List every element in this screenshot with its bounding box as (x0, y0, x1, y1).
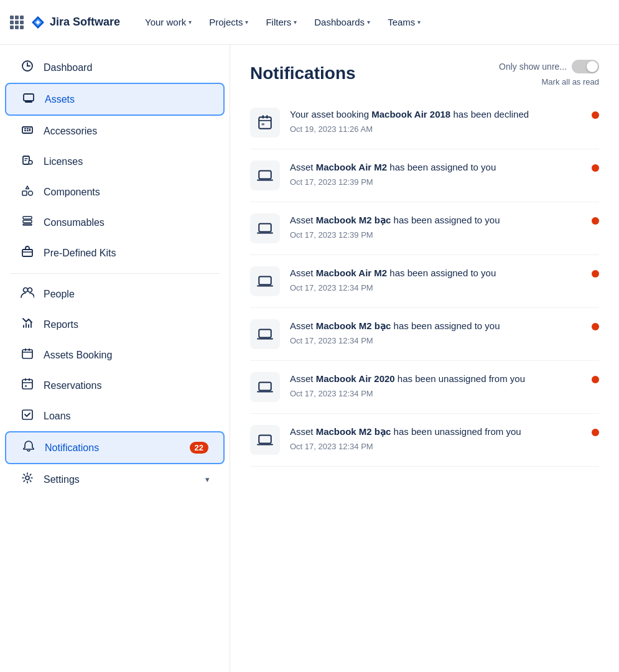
nav-dashboards[interactable]: Dashboards ▾ (307, 13, 378, 31)
nav-projects[interactable]: Projects ▾ (202, 13, 256, 31)
sidebar-item-reservations[interactable]: Reservations (5, 370, 225, 401)
unread-dot (592, 111, 599, 119)
svg-rect-1 (24, 94, 34, 101)
notification-time: Oct 17, 2023 12:34 PM (290, 283, 582, 292)
main-layout: Dashboard Assets Accessories Licenses Co (0, 45, 619, 672)
svg-rect-26 (259, 117, 271, 128)
svg-rect-20 (29, 348, 30, 351)
sidebar-item-components[interactable]: Components (5, 177, 225, 207)
svg-rect-32 (259, 329, 271, 337)
sidebar-item-settings[interactable]: Settings ▾ (5, 464, 225, 495)
sidebar-item-dashboard[interactable]: Dashboard (5, 52, 225, 83)
notification-icon-laptop (250, 161, 280, 190)
settings-chevron-icon: ▾ (205, 475, 210, 484)
notifications-header: Notifications Only show unre... Mark all… (250, 60, 599, 86)
unread-dot (592, 270, 599, 278)
notification-icon-laptop (250, 213, 280, 243)
svg-rect-12 (23, 217, 32, 219)
sidebar-item-assets-booking[interactable]: Assets Booking (5, 340, 225, 370)
toggle-label: Only show unre... (499, 62, 567, 72)
assets-booking-icon (20, 347, 35, 363)
loans-icon (20, 408, 35, 424)
notification-text: Asset Macbook Air M2 has been assigned t… (290, 161, 582, 175)
sidebar-item-notifications[interactable]: Notifications 22 (5, 431, 225, 464)
svg-rect-22 (25, 378, 26, 381)
svg-rect-24 (22, 410, 32, 419)
consumables-icon (20, 215, 35, 230)
page-title: Notifications (250, 63, 356, 83)
svg-point-25 (26, 476, 29, 480)
svg-point-16 (24, 288, 28, 292)
header-controls: Only show unre... Mark all as read (499, 60, 599, 86)
sidebar-item-people[interactable]: People (5, 279, 225, 309)
chevron-down-icon: ▾ (367, 19, 370, 26)
sidebar-item-predefined-kits[interactable]: Pre-Defined Kits (5, 238, 225, 268)
chevron-down-icon: ▾ (245, 19, 248, 26)
notification-item[interactable]: Asset Macbook M2 bạc has been unassigned… (250, 414, 599, 467)
notification-text: Asset Macbook M2 bạc has been assigned t… (290, 319, 582, 334)
people-icon (20, 286, 35, 302)
notification-item[interactable]: Asset Macbook Air 2020 has been unassign… (250, 361, 599, 414)
components-icon (20, 184, 35, 200)
sidebar-divider (10, 273, 220, 274)
chevron-down-icon: ▾ (188, 19, 192, 26)
svg-rect-27 (263, 115, 264, 118)
svg-rect-14 (23, 224, 32, 225)
notification-item[interactable]: Asset Macbook Air M2 has been assigned t… (250, 149, 599, 202)
notification-text: Your asset booking Macbook Air 2018 has … (290, 108, 582, 122)
main-content: Notifications Only show unre... Mark all… (230, 45, 619, 672)
reports-icon (20, 317, 35, 332)
sidebar-item-assets[interactable]: Assets (5, 83, 225, 116)
sidebar-item-accessories[interactable]: Accessories (5, 116, 225, 146)
notifications-badge: 22 (190, 442, 208, 454)
notification-body: Asset Macbook M2 bạc has been assigned t… (290, 213, 582, 240)
notification-icon-laptop (250, 319, 280, 349)
nav-filters[interactable]: Filters ▾ (258, 13, 304, 31)
notification-item[interactable]: Asset Macbook Air M2 has been assigned t… (250, 255, 599, 308)
sidebar: Dashboard Assets Accessories Licenses Co (0, 45, 230, 672)
settings-icon (20, 472, 35, 487)
accessories-icon (20, 123, 35, 139)
notification-item[interactable]: Your asset booking Macbook Air 2018 has … (250, 96, 599, 149)
brand-logo[interactable]: Jira Software (31, 16, 120, 29)
notification-time: Oct 17, 2023 12:39 PM (290, 230, 582, 240)
notification-text: Asset Macbook Air 2020 has been unassign… (290, 372, 582, 386)
unread-toggle[interactable] (572, 60, 599, 73)
sidebar-item-licenses[interactable]: Licenses (5, 146, 225, 177)
notification-icon-calendar (250, 108, 280, 138)
notification-body: Asset Macbook M2 bạc has been unassigned… (290, 425, 582, 451)
nav-teams[interactable]: Teams ▾ (380, 13, 428, 31)
svg-rect-18 (22, 350, 32, 358)
chevron-down-icon: ▾ (294, 19, 297, 26)
nav-your-work[interactable]: Your work ▾ (137, 13, 199, 31)
notification-body: Asset Macbook Air M2 has been assigned t… (290, 161, 582, 187)
notification-text: Asset Macbook M2 bạc has been unassigned… (290, 425, 582, 439)
notification-item[interactable]: Asset Macbook M2 bạc has been assigned t… (250, 308, 599, 361)
svg-rect-29 (259, 170, 271, 179)
unread-dot (592, 429, 599, 436)
svg-rect-6 (27, 130, 29, 131)
svg-rect-4 (27, 128, 29, 129)
notification-time: Oct 17, 2023 12:39 PM (290, 177, 582, 187)
notification-item[interactable]: Asset Macbook M2 bạc has been assigned t… (250, 202, 599, 255)
svg-point-11 (29, 191, 33, 195)
notification-body: Asset Macbook Air M2 has been assigned t… (290, 266, 582, 292)
apps-grid-icon[interactable] (10, 16, 24, 29)
notification-icon-laptop (250, 372, 280, 402)
unread-dot (592, 323, 599, 330)
svg-point-17 (28, 288, 32, 292)
reservations-icon (20, 378, 35, 393)
notification-text: Asset Macbook Air M2 has been assigned t… (290, 266, 582, 281)
svg-rect-21 (22, 380, 32, 389)
notification-time: Oct 17, 2023 12:34 PM (290, 336, 582, 345)
chevron-down-icon: ▾ (417, 19, 421, 26)
svg-rect-10 (22, 191, 27, 195)
notification-icon-laptop (250, 266, 280, 296)
sidebar-item-consumables[interactable]: Consumables (5, 207, 225, 238)
kits-icon (20, 245, 35, 261)
sidebar-item-loans[interactable]: Loans (5, 401, 225, 431)
mark-all-read-button[interactable]: Mark all as read (542, 77, 599, 86)
svg-point-9 (29, 161, 32, 164)
notifications-icon (21, 440, 36, 455)
sidebar-item-reports[interactable]: Reports (5, 309, 225, 340)
